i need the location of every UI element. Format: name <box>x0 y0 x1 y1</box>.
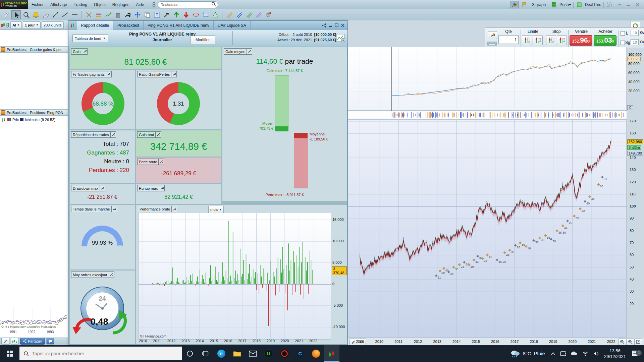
share-button[interactable]: Partager <box>20 338 45 345</box>
file-explorer-icon[interactable] <box>229 345 245 362</box>
stop-order-button-1[interactable] <box>546 35 556 45</box>
checkbox-sg[interactable] <box>621 41 625 45</box>
diag-blue-icon[interactable] <box>234 10 244 19</box>
ellipse-tool-icon[interactable] <box>191 10 200 19</box>
start-button[interactable] <box>0 345 19 362</box>
flag-icon[interactable] <box>521 1 528 8</box>
u-app-icon[interactable]: U <box>261 345 276 362</box>
chart-style-icon[interactable]: ▾ <box>11 338 19 345</box>
copy-icon[interactable] <box>143 10 152 19</box>
amount-input-2[interactable]: 10 <box>631 39 639 45</box>
expand-icon[interactable] <box>634 339 642 345</box>
graph-count-label[interactable]: 3 graph <box>532 2 546 7</box>
backtest-positions-panel-title[interactable]: ProBacktest - Positions: Ping PON <box>0 109 68 116</box>
wrench-icon[interactable] <box>171 71 176 77</box>
wrench-icon[interactable] <box>171 206 177 212</box>
menu-item-aide[interactable]: Aide <box>132 2 147 7</box>
fibonacci-tool-icon[interactable] <box>84 10 93 19</box>
diag-purple-icon[interactable] <box>254 10 263 19</box>
trade-settings-icon[interactable] <box>488 31 497 39</box>
backtest-curve-panel-title[interactable]: ProBacktest - Courbe gains & per <box>0 46 68 53</box>
menu-item-affichage[interactable]: Affichage <box>47 2 70 7</box>
dialog-close-icon[interactable] <box>341 23 345 27</box>
keyboard-icon[interactable] <box>487 41 497 46</box>
minimize-window-icon[interactable] <box>625 1 632 8</box>
price-label[interactable]: Prix <box>12 118 19 122</box>
wrench-icon[interactable] <box>110 132 116 137</box>
zoom-in-icon[interactable] <box>626 339 634 345</box>
dialog-tab-3[interactable]: L'Air Liquide SA <box>214 21 251 30</box>
rect-tool-icon[interactable] <box>201 10 210 19</box>
weather-widget[interactable]: 8°C Pluie <box>506 350 548 358</box>
pin-icon[interactable] <box>615 1 623 8</box>
limit-order-button-1[interactable] <box>522 35 532 45</box>
stop-order-button-2[interactable] <box>557 35 567 45</box>
notification-icon[interactable]: 1 <box>629 350 644 357</box>
tray-chevron-icon[interactable] <box>548 352 558 355</box>
wifi-icon[interactable] <box>580 351 591 356</box>
comment-icon[interactable] <box>46 338 54 345</box>
taskbar-search-input[interactable] <box>32 351 167 357</box>
cortana-icon[interactable] <box>182 345 198 362</box>
wrench-icon[interactable] <box>109 272 114 278</box>
search-icon[interactable] <box>211 2 216 6</box>
price-series-icon[interactable] <box>7 117 11 122</box>
diag-orange-icon[interactable] <box>225 10 234 19</box>
ichimoku-icon[interactable] <box>20 118 23 121</box>
move-tool-icon[interactable] <box>133 10 142 19</box>
dialog-titlebar[interactable]: Rapport détailléProBacktestPing PONG V1 … <box>68 21 347 30</box>
wrench-icon[interactable] <box>82 49 87 54</box>
wrench-icon[interactable] <box>159 185 164 191</box>
task-view-icon[interactable] <box>198 345 213 362</box>
link-chain-icon[interactable] <box>6 22 9 28</box>
wrench-icon[interactable] <box>111 206 117 212</box>
menu-item-fichier[interactable]: Fichier <box>28 2 47 7</box>
draw-tool-icon[interactable] <box>1 338 9 345</box>
arrow-tool-icon[interactable] <box>162 10 171 19</box>
link-icon[interactable] <box>150 1 158 8</box>
text-tool-icon[interactable]: T <box>152 10 161 19</box>
wrench-icon[interactable] <box>100 185 105 191</box>
period-dropdown[interactable]: mois▼ <box>208 206 224 213</box>
dialog-tab-0[interactable]: Rapport détaillé <box>77 21 113 30</box>
levels-tool-icon[interactable] <box>94 10 103 19</box>
arrow-up-icon[interactable] <box>172 10 181 19</box>
c-app-icon[interactable]: C <box>292 345 308 362</box>
wrench-icon[interactable] <box>106 71 111 77</box>
arrow-down-icon[interactable] <box>181 10 191 19</box>
line-tool-icon[interactable] <box>60 10 69 19</box>
firefox-icon[interactable] <box>308 345 324 362</box>
edge-icon[interactable]: e <box>213 345 229 362</box>
dialog-share-icon[interactable] <box>322 23 326 28</box>
wrench-icon[interactable] <box>247 49 252 54</box>
buy-button[interactable]: 153,030 <box>594 35 616 46</box>
diag-green-icon[interactable] <box>244 10 253 19</box>
mail-icon[interactable] <box>245 345 261 362</box>
ichimoku-label[interactable]: Ichimoku (9 26 52) <box>25 118 55 122</box>
checkbox-l[interactable] <box>621 31 625 36</box>
candlestick-icon[interactable] <box>1 22 5 28</box>
limit-order-button-2[interactable] <box>533 35 543 45</box>
dashboard-dropdown[interactable]: Tableau de bord▼ <box>72 35 108 42</box>
window-tools-icon[interactable] <box>606 1 613 8</box>
menu-item-objets[interactable]: Objets <box>91 2 109 7</box>
tools-icon[interactable] <box>123 10 132 19</box>
trend-tool-icon[interactable] <box>104 10 113 19</box>
dealthru-icon[interactable] <box>576 1 583 8</box>
modify-button[interactable]: Modifier <box>190 36 215 44</box>
push-icon[interactable] <box>550 1 557 8</box>
alert-bell-icon[interactable] <box>31 10 40 19</box>
triangle-tool-icon[interactable] <box>211 10 220 19</box>
amount-input-1[interactable]: 10 <box>631 30 639 36</box>
report-settings-icon[interactable] <box>336 33 346 43</box>
menu-item-trading[interactable]: Trading <box>70 2 91 7</box>
dialog-maximize-icon[interactable] <box>335 23 338 27</box>
wrench-icon[interactable] <box>155 132 161 137</box>
draw-mode-icon[interactable] <box>511 1 519 8</box>
trash-icon[interactable] <box>113 10 122 19</box>
search-input[interactable] <box>158 1 218 8</box>
push-label[interactable]: Push+ <box>559 2 571 7</box>
updown-arrows-icon[interactable] <box>1 117 6 122</box>
zoom-tool-icon[interactable] <box>21 10 31 19</box>
sell-button[interactable]: 152,960 <box>570 35 592 46</box>
